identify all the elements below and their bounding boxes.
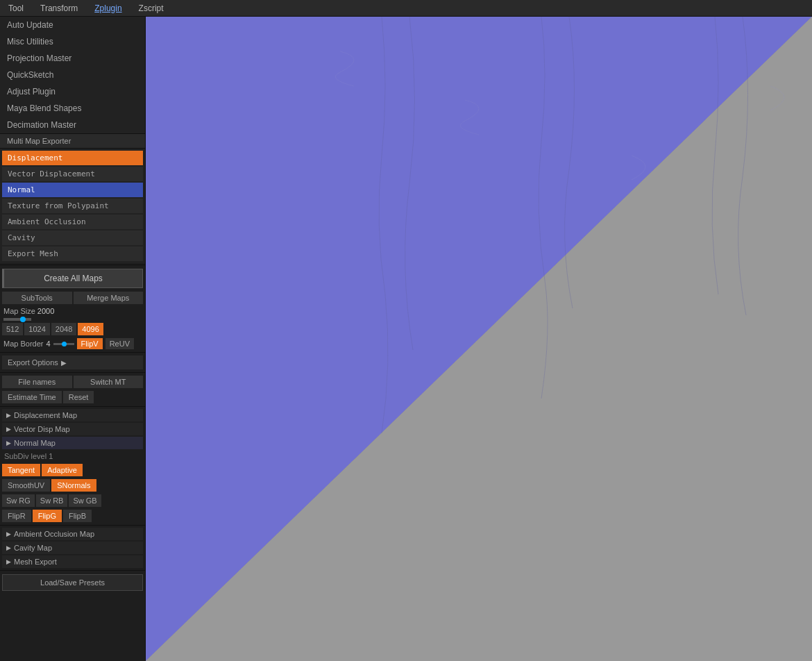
export-options-btn[interactable]: Export Options ▶ [2, 355, 143, 369]
mesh-export-arrow: ▶ [6, 558, 11, 565]
menu-bar: Tool Transform Zplugin Zscript [0, 0, 812, 17]
mesh-export-label: Mesh Export [14, 558, 57, 566]
sw-gb-btn[interactable]: Sw GB [69, 494, 101, 507]
nav-adjust-plugin[interactable]: Adjust Plugin [0, 83, 145, 100]
divider-5 [0, 525, 145, 526]
ao-map-arrow: ▶ [6, 530, 11, 537]
size-buttons-row: 512 1024 2048 4096 [0, 321, 145, 337]
plugin-section: Displacement Vector Displacement Normal … [0, 149, 145, 263]
vector-disp-map-section[interactable]: ▶ Vector Disp Map [2, 423, 143, 435]
adaptive-btn[interactable]: Adaptive [42, 464, 83, 476]
menu-tool[interactable]: Tool [0, 1, 32, 15]
divider-6 [0, 570, 145, 571]
mapsize-row: Map Size 2000 [0, 306, 145, 317]
smoothuv-btn[interactable]: SmoothUV [2, 479, 50, 492]
nav-maya-blend-shapes[interactable]: Maya Blend Shapes [0, 100, 145, 117]
btn-export-mesh[interactable]: Export Mesh [2, 246, 143, 261]
sw-rg-btn[interactable]: Sw RG [2, 494, 35, 507]
btn-texture-polypaint[interactable]: Texture from Polypaint [2, 199, 143, 213]
normal-map-arrow: ▶ [6, 440, 11, 446]
main-layout: Auto Update Misc Utilities Projection Ma… [0, 17, 812, 661]
flip-row: FlipR FlipG FlipB [0, 508, 145, 524]
canvas-area [146, 17, 812, 661]
menu-zscript[interactable]: Zscript [130, 1, 172, 15]
border-value: 4 [46, 340, 50, 348]
normal-map-section[interactable]: ▶ Normal Map [2, 437, 143, 449]
mme-header[interactable]: Multi Map Exporter [0, 134, 145, 149]
btn-vector-displacement[interactable]: Vector Displacement [2, 167, 143, 181]
subtool-row: SubTools Merge Maps [0, 290, 145, 306]
divider-1 [0, 265, 145, 265]
displacement-map-arrow: ▶ [6, 412, 11, 419]
cavity-map-label: Cavity Map [14, 544, 52, 552]
mesh-export-section[interactable]: ▶ Mesh Export [2, 555, 143, 568]
flipr-btn[interactable]: FlipR [2, 510, 31, 522]
ao-map-section[interactable]: ▶ Ambient Occlusion Map [2, 528, 143, 540]
file-row: File names Switch MT [0, 374, 145, 390]
estimate-row: Estimate Time Reset [0, 390, 145, 405]
sidebar: Auto Update Misc Utilities Projection Ma… [0, 17, 146, 661]
size-4096[interactable]: 4096 [78, 323, 103, 335]
vector-disp-map-label: Vector Disp Map [14, 425, 70, 433]
divider-2 [0, 352, 145, 353]
size-2048[interactable]: 2048 [51, 323, 76, 335]
border-row: Map Border 4 FlipV ReUV [0, 337, 145, 351]
mapsize-label: Map Size [3, 307, 35, 315]
nav-decimation-master[interactable]: Decimation Master [0, 117, 145, 133]
flipb-btn[interactable]: FlipB [63, 510, 92, 522]
load-save-presets-btn[interactable]: Load/Save Presets [2, 574, 143, 591]
tangent-row: Tangent Adaptive [0, 462, 145, 478]
merge-maps-btn[interactable]: Merge Maps [74, 292, 144, 304]
estimate-time-btn[interactable]: Estimate Time [2, 391, 62, 403]
normal-map-label: Normal Map [14, 439, 56, 447]
flipv-btn[interactable]: FlipV [77, 338, 103, 349]
create-all-maps-btn[interactable]: Create All Maps [2, 269, 143, 288]
subdiv-level-label: SubDiv level 1 [4, 452, 53, 460]
nav-auto-update[interactable]: Auto Update [0, 17, 145, 33]
reset-btn[interactable]: Reset [63, 391, 94, 403]
divider-3 [0, 372, 145, 373]
btn-displacement[interactable]: Displacement [2, 151, 143, 165]
nav-section: Auto Update Misc Utilities Projection Ma… [0, 17, 145, 134]
nav-projection-master[interactable]: Projection Master [0, 50, 145, 67]
cavity-map-section[interactable]: ▶ Cavity Map [2, 542, 143, 554]
btn-cavity[interactable]: Cavity [2, 231, 143, 245]
switch-mt-btn[interactable]: Switch MT [74, 376, 144, 388]
btn-ambient-occlusion[interactable]: Ambient Occlusion [2, 215, 143, 229]
displacement-map-label: Displacement Map [14, 411, 77, 419]
export-options-label: Export Options [8, 358, 58, 367]
nav-misc-utilities[interactable]: Misc Utilities [0, 33, 145, 50]
mapsize-value: 2000 [37, 307, 54, 315]
cavity-map-arrow: ▶ [6, 544, 11, 551]
reuv-btn[interactable]: ReUV [105, 338, 134, 349]
flipg-btn[interactable]: FlipG [33, 510, 62, 522]
border-label: Map Border [3, 340, 43, 348]
divider-4 [0, 406, 145, 407]
menu-zplugin[interactable]: Zplugin [86, 1, 130, 15]
vector-disp-arrow: ▶ [6, 426, 11, 433]
smooth-row: SmoothUV SNormals [0, 478, 145, 493]
snormals-btn[interactable]: SNormals [51, 479, 96, 492]
mapsize-slider[interactable] [3, 318, 31, 321]
size-512[interactable]: 512 [2, 323, 23, 335]
sw-row: Sw RG Sw RB Sw GB [0, 493, 145, 508]
subdiv-level-row: SubDiv level 1 [0, 450, 145, 462]
subtool-btn[interactable]: SubTools [2, 292, 72, 304]
ao-map-label: Ambient Occlusion Map [14, 530, 94, 538]
sw-rb-btn[interactable]: Sw RB [36, 494, 68, 507]
btn-normal[interactable]: Normal [2, 183, 143, 197]
tangent-btn[interactable]: Tangent [2, 464, 40, 476]
file-names-btn[interactable]: File names [2, 376, 72, 388]
displacement-map-section[interactable]: ▶ Displacement Map [2, 409, 143, 421]
nav-quicksketch[interactable]: QuickSketch [0, 67, 145, 83]
size-1024[interactable]: 1024 [24, 323, 49, 335]
border-slider[interactable] [53, 343, 74, 345]
menu-transform[interactable]: Transform [32, 1, 86, 15]
export-options-arrow: ▶ [61, 359, 67, 367]
